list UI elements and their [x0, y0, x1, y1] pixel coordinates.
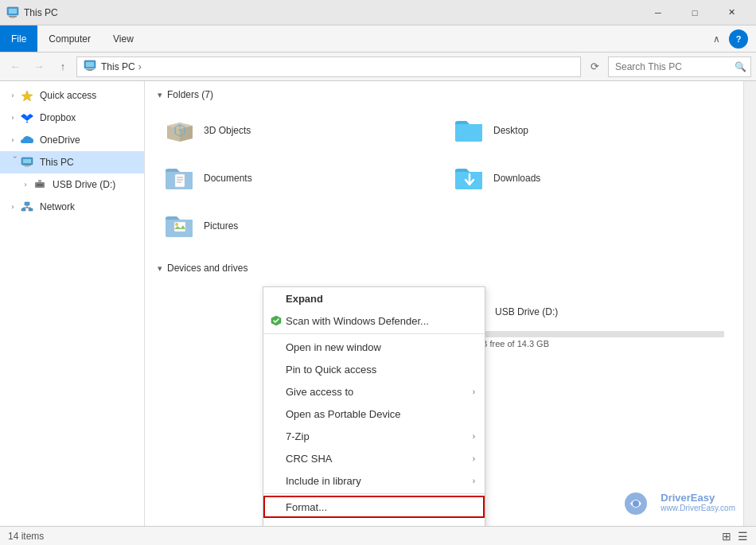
folder-icon-desktop — [454, 116, 485, 145]
ribbon: File Computer View ∧ ? — [0, 25, 756, 53]
sidebar-label-usb: USB Drive (D:) — [53, 179, 115, 190]
view-icons-button[interactable]: ⊞ — [722, 530, 731, 543]
folder-icon-3d — [164, 116, 196, 145]
folder-name-desktop: Desktop — [493, 125, 528, 136]
search-icon: 🔍 — [735, 61, 746, 72]
forward-button[interactable]: → — [29, 56, 49, 77]
ctx-item-7zip[interactable]: 7-Zip › — [263, 425, 485, 447]
ctx-label-give-access: Give access to — [286, 386, 353, 398]
ctx-label-scan: Scan with Windows Defender... — [286, 315, 429, 327]
folder-name-3d: 3D Objects — [204, 125, 251, 136]
folder-icon-downloads — [454, 164, 485, 193]
ctx-item-crc-sha[interactable]: CRC SHA › — [263, 447, 485, 469]
devices-section-header: ▾ Devices and drives — [158, 263, 731, 274]
svg-point-9 — [26, 122, 28, 123]
expand-arrow-onedrive: › — [6, 134, 19, 146]
onedrive-icon — [19, 134, 35, 146]
sidebar-item-usb-drive[interactable]: › USB Drive (D:) — [0, 173, 144, 196]
ctx-item-give-access[interactable]: Give access to › — [263, 380, 485, 403]
ctx-item-include-library[interactable]: Include in library › — [263, 469, 485, 492]
svg-marker-8 — [21, 91, 33, 101]
content-area: ▾ Folders (7) — [145, 81, 743, 526]
folder-item-pictures[interactable]: Pictures — [158, 205, 441, 247]
folder-item-documents[interactable]: Documents — [158, 158, 441, 199]
ctx-item-pin-quick-access[interactable]: Pin to Quick access — [263, 358, 485, 380]
window-icon — [6, 6, 19, 19]
folder-item-3d-objects[interactable]: 3D Objects — [158, 110, 441, 151]
ctx-scan-icon — [270, 314, 283, 327]
view-list-button[interactable]: ☰ — [738, 530, 748, 543]
svg-rect-15 — [37, 184, 43, 186]
right-scrollbar[interactable] — [743, 81, 756, 526]
sidebar-label-this-pc: This PC — [40, 157, 74, 168]
status-view-buttons: ⊞ ☰ — [722, 530, 748, 543]
minimize-button[interactable]: ─ — [640, 0, 676, 25]
folders-section-header: ▾ Folders (7) — [158, 89, 731, 100]
device-top-usb: USB Drive (D:) — [455, 298, 724, 326]
refresh-button[interactable]: ⟳ — [584, 56, 605, 77]
tab-file[interactable]: File — [0, 25, 37, 52]
quick-access-icon — [19, 89, 35, 102]
expand-arrow-this-pc: › — [6, 156, 19, 169]
back-button[interactable]: ← — [5, 56, 25, 77]
sidebar-label-network: Network — [40, 201, 75, 212]
svg-rect-1 — [9, 9, 17, 14]
svg-rect-6 — [86, 69, 94, 70]
ctx-label-pin-quick-access: Pin to Quick access — [286, 364, 376, 376]
sidebar-item-dropbox[interactable]: › Dropbox — [0, 107, 144, 129]
ctx-label-format: Format... — [286, 501, 327, 513]
help-button[interactable]: ? — [729, 29, 748, 49]
svg-rect-3 — [10, 17, 15, 18]
ctx-item-open-new-window[interactable]: Open in new window — [263, 336, 485, 358]
sidebar-item-network[interactable]: › Network — [0, 196, 144, 218]
ctx-item-expand[interactable]: Expand — [263, 287, 485, 309]
main-layout: › Quick access › Dropbox — [0, 81, 756, 526]
ctx-label-crc-sha: CRC SHA — [286, 453, 333, 465]
ctx-item-open-portable[interactable]: Open as Portable Device — [263, 403, 485, 425]
svg-rect-27 — [175, 174, 185, 187]
sidebar-item-quick-access[interactable]: › Quick access — [0, 84, 144, 107]
ribbon-collapse-button[interactable]: ∧ — [707, 29, 726, 49]
ctx-label-open-new-window: Open in new window — [286, 341, 381, 353]
ctx-arrow-include-library: › — [473, 477, 475, 485]
sidebar-item-this-pc[interactable]: › This PC — [0, 151, 144, 173]
status-item-count: 14 items — [8, 531, 44, 542]
folder-name-documents: Documents — [204, 173, 252, 184]
ctx-item-scan[interactable]: Scan with Windows Defender... — [263, 309, 485, 332]
expand-arrow-network: › — [6, 200, 19, 213]
sidebar-item-onedrive[interactable]: › OneDrive — [0, 129, 144, 151]
ctx-label-7zip: 7-Zip — [286, 430, 310, 442]
ctx-item-eject[interactable]: Eject — [263, 518, 485, 526]
device-name-usb: USB Drive (D:) — [495, 306, 558, 317]
address-path[interactable]: This PC › — [76, 56, 581, 77]
ctx-label-open-portable: Open as Portable Device — [286, 408, 401, 420]
tab-computer[interactable]: Computer — [37, 25, 102, 52]
usb-progress-bg — [455, 331, 724, 337]
ctx-item-format[interactable]: Format... — [263, 496, 485, 518]
svg-point-38 — [633, 500, 639, 507]
ctx-sep-2 — [263, 493, 485, 494]
devices-toggle-icon[interactable]: ▾ — [158, 263, 162, 274]
search-box: 🔍 — [608, 56, 751, 77]
folder-name-downloads: Downloads — [493, 173, 540, 184]
up-button[interactable]: ↑ — [53, 56, 73, 77]
search-input[interactable] — [615, 61, 735, 72]
folder-item-downloads[interactable]: Downloads — [447, 158, 731, 199]
folder-item-desktop[interactable]: Desktop — [447, 110, 731, 151]
svg-rect-7 — [88, 70, 92, 71]
ctx-sep-1 — [263, 333, 485, 334]
this-pc-icon — [19, 156, 35, 169]
address-bar: ← → ↑ This PC › ⟳ 🔍 — [0, 53, 756, 81]
sidebar-label-onedrive: OneDrive — [40, 134, 80, 146]
ctx-arrow-crc-sha: › — [473, 454, 475, 463]
close-button[interactable]: ✕ — [713, 0, 750, 25]
drivereasy-logo-icon — [616, 486, 656, 518]
folders-grid: 3D Objects Desktop — [158, 110, 731, 247]
dropbox-icon — [19, 111, 35, 124]
maximize-button[interactable]: □ — [676, 0, 713, 25]
folders-toggle-icon[interactable]: ▾ — [158, 90, 162, 100]
svg-rect-18 — [21, 208, 25, 211]
device-item-usb[interactable]: USB Drive (D:) 14.3 GB free of 14.3 GB — [449, 291, 731, 355]
tab-view[interactable]: View — [102, 25, 145, 52]
sidebar-label-quick-access: Quick access — [40, 90, 96, 101]
